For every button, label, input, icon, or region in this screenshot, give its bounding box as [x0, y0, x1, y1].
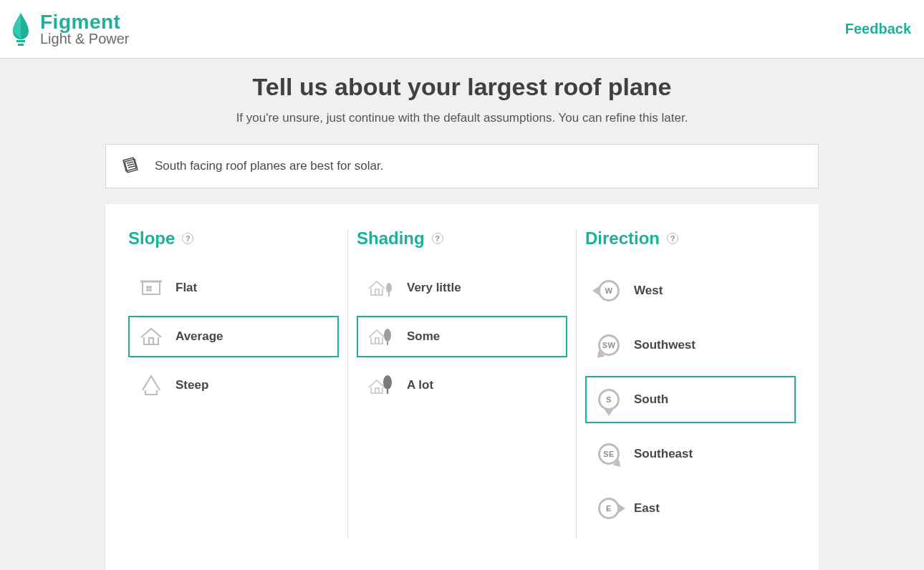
compass-southeast-icon: SE — [595, 440, 622, 468]
option-direction-west[interactable]: W West — [585, 267, 796, 314]
help-icon[interactable]: ? — [182, 233, 193, 244]
page-title: Tell us about your largest roof plane — [0, 73, 924, 101]
option-shading-some[interactable]: Some — [357, 316, 567, 357]
column-slope-title: Slope ? — [128, 228, 339, 248]
svg-rect-1 — [18, 44, 24, 46]
compass-east-icon: E — [595, 495, 622, 522]
compass-southwest-icon: SW — [595, 332, 622, 359]
compass-south-icon: S — [595, 386, 622, 413]
help-icon[interactable]: ? — [432, 233, 443, 244]
option-label: A lot — [407, 378, 433, 392]
svg-point-13 — [384, 329, 391, 342]
tip-text: South facing roof planes are best for so… — [155, 159, 383, 173]
shade-alot-icon — [367, 375, 395, 396]
option-label: Steep — [175, 378, 208, 392]
column-shading-label: Shading — [357, 228, 425, 248]
roof-average-icon — [138, 326, 164, 347]
column-direction: Direction ? W West SW Southwest S South — [576, 228, 804, 539]
compass-code: E — [595, 495, 622, 522]
svg-point-5 — [150, 286, 151, 288]
shade-little-icon — [367, 277, 395, 299]
svg-point-10 — [386, 283, 392, 293]
options-card: Slope ? Flat Averag — [105, 204, 819, 570]
option-label: Some — [407, 329, 440, 344]
compass-code: W — [595, 277, 622, 304]
compass-code: SW — [595, 332, 622, 359]
shade-some-icon — [367, 326, 395, 347]
column-slope: Slope ? Flat Averag — [120, 228, 347, 539]
column-shading-title: Shading ? — [357, 228, 567, 248]
compass-code: SE — [595, 440, 622, 468]
svg-rect-0 — [16, 40, 25, 42]
option-shading-very-little[interactable]: Very little — [357, 267, 567, 309]
tip-callout: South facing roof planes are best for so… — [105, 144, 819, 188]
compass-code: S — [595, 386, 622, 413]
svg-point-6 — [147, 289, 148, 291]
option-label: Very little — [407, 281, 461, 295]
brand-logo-icon — [9, 11, 33, 47]
option-slope-steep[interactable]: Steep — [128, 364, 339, 406]
help-icon[interactable]: ? — [667, 233, 678, 244]
option-label: Average — [175, 329, 223, 344]
option-label: South — [634, 392, 668, 407]
roof-steep-icon — [138, 375, 164, 396]
svg-rect-15 — [375, 388, 379, 393]
brand-subtitle: Light & Power — [40, 32, 130, 47]
app-header: Figment Light & Power Feedback — [0, 0, 924, 59]
svg-rect-12 — [375, 338, 379, 344]
brand[interactable]: Figment Light & Power — [9, 11, 130, 47]
compass-west-icon: W — [595, 277, 622, 304]
option-shading-a-lot[interactable]: A lot — [357, 364, 567, 406]
column-direction-label: Direction — [585, 228, 660, 248]
svg-rect-9 — [375, 289, 379, 295]
option-label: Flat — [175, 281, 197, 295]
svg-rect-8 — [149, 338, 153, 344]
option-label: Southeast — [634, 447, 693, 461]
svg-point-4 — [147, 286, 148, 288]
option-label: East — [634, 501, 660, 516]
option-direction-south[interactable]: S South — [585, 376, 796, 423]
feedback-link[interactable]: Feedback — [845, 21, 911, 37]
svg-point-7 — [150, 289, 151, 291]
option-direction-southwest[interactable]: SW Southwest — [585, 322, 796, 369]
svg-point-16 — [383, 375, 392, 390]
column-direction-title: Direction ? — [585, 228, 796, 248]
option-label: Southwest — [634, 338, 696, 352]
roof-flat-icon — [138, 277, 164, 299]
page-subtitle: If you're unsure, just continue with the… — [0, 111, 924, 125]
column-slope-label: Slope — [128, 228, 175, 248]
option-label: West — [634, 284, 663, 298]
option-direction-east[interactable]: E East — [585, 485, 796, 532]
brand-text: Figment Light & Power — [40, 11, 130, 46]
note-icon — [120, 157, 142, 175]
option-slope-average[interactable]: Average — [128, 316, 339, 357]
brand-name: Figment — [40, 11, 130, 32]
column-shading: Shading ? Very little Some — [347, 228, 576, 539]
option-slope-flat[interactable]: Flat — [128, 267, 339, 309]
option-direction-southeast[interactable]: SE Southeast — [585, 430, 796, 478]
